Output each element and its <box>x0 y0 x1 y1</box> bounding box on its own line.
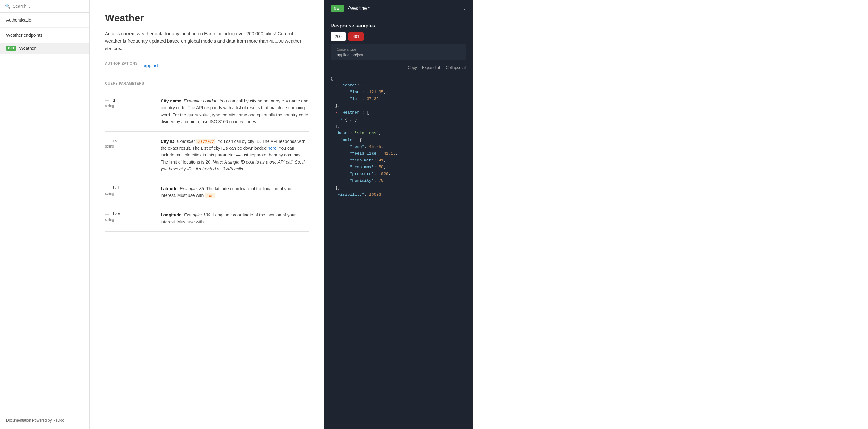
param-dash: — <box>105 211 110 216</box>
content-type-label: Content type <box>337 47 460 51</box>
param-left-lat: — lat string <box>105 185 154 196</box>
content-type-value: application/json <box>337 53 460 57</box>
query-params-label: QUERY PARAMETERS <box>105 81 309 85</box>
param-name-q: q <box>113 98 115 102</box>
auth-row: AUTHORIZATIONS: app_id <box>105 61 309 75</box>
tab-401[interactable]: 401 <box>348 32 364 41</box>
redoc-footer: Documentation Powered by ReDoc <box>0 411 89 429</box>
endpoint-get-badge: GET <box>331 5 344 12</box>
param-row-lat: — lat string Latitude. Example: 35. The … <box>105 179 309 205</box>
code-actions: Copy Expand all Collapse all <box>324 64 473 72</box>
sidebar-item-auth[interactable]: Authentication <box>0 13 89 28</box>
code-block: { - "coord": { "lon": -121.95, "lat": 37… <box>324 72 473 204</box>
authorizations-label: AUTHORIZATIONS: <box>105 61 139 65</box>
main-content: Weather Access current weather data for … <box>90 0 324 429</box>
param-row-q: — q string City name. Example: London. Y… <box>105 91 309 132</box>
sidebar: 🔍 Authentication Weather endpoints ⌄ GET… <box>0 0 90 429</box>
get-method-badge: GET <box>6 46 17 51</box>
search-input[interactable] <box>13 4 84 9</box>
param-type-q: string <box>105 104 154 108</box>
param-row-lon: — lon string Longitude. Example: 139. Lo… <box>105 205 309 232</box>
city-ids-link[interactable]: here <box>268 146 276 151</box>
expand-all-button[interactable]: Expand all <box>422 65 441 70</box>
right-panel: GET /weather ⌄ Response samples 200 401 … <box>324 0 473 429</box>
param-left-q: — q string <box>105 98 154 108</box>
sidebar-section-label: Weather endpoints <box>6 33 42 38</box>
endpoint-path: /weather <box>347 5 460 11</box>
response-tabs: 200 401 <box>324 32 473 44</box>
param-desc-lat: Latitude. Example: 35. The latitude coor… <box>161 185 309 199</box>
param-type-id: string <box>105 144 154 148</box>
sidebar-section-weather[interactable]: Weather endpoints ⌄ <box>0 28 89 42</box>
auth-link[interactable]: app_id <box>144 63 158 68</box>
tab-200[interactable]: 200 <box>331 32 346 41</box>
param-type-lat: string <box>105 191 154 196</box>
endpoint-header: GET /weather ⌄ <box>324 0 473 17</box>
search-box[interactable]: 🔍 <box>0 0 89 13</box>
sidebar-endpoint-weather[interactable]: GET Weather <box>0 42 89 54</box>
page-title: Weather <box>105 12 309 24</box>
param-desc-q: City name. Example: London. You can call… <box>161 98 309 125</box>
redoc-link[interactable]: Documentation Powered by ReDoc <box>6 418 64 423</box>
param-type-lon: string <box>105 218 154 222</box>
param-left-id: — id string <box>105 138 154 148</box>
endpoint-chevron-icon: ⌄ <box>463 6 466 11</box>
sidebar-endpoint-label: Weather <box>20 46 36 51</box>
collapse-all-button[interactable]: Collapse all <box>446 65 466 70</box>
search-icon: 🔍 <box>5 4 10 9</box>
param-name-id: id <box>113 138 118 143</box>
param-desc-id: City ID. Example: 2172797. You can call … <box>161 138 309 172</box>
chevron-down-icon: ⌄ <box>80 33 83 37</box>
response-samples-title: Response samples <box>324 17 473 32</box>
content-type-bar: Content type application/json <box>331 44 466 60</box>
param-desc-lon: Longitude. Example: 139. Longitude coord… <box>161 211 309 225</box>
page-description: Access current weather data for any loca… <box>105 30 309 52</box>
param-name-lon: lon <box>113 211 120 216</box>
param-dash: — <box>105 138 110 143</box>
param-row-id: — id string City ID. Example: 2172797. Y… <box>105 132 309 179</box>
param-dash: — <box>105 185 110 190</box>
param-dash: — <box>105 98 110 102</box>
copy-button[interactable]: Copy <box>408 65 417 70</box>
param-left-lon: — lon string <box>105 211 154 222</box>
param-name-lat: lat <box>113 185 120 190</box>
